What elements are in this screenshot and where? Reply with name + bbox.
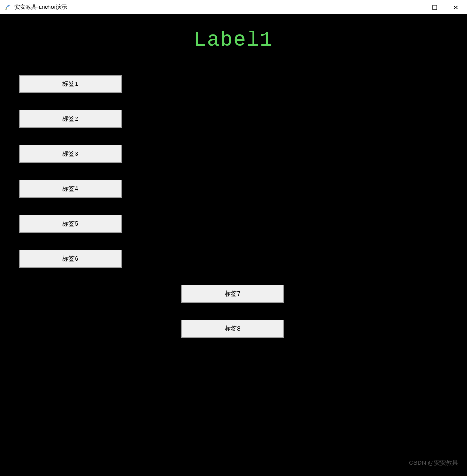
feather-icon (4, 4, 12, 11)
window-title: 安安教具-anchor演示 (14, 3, 402, 11)
label-6: 标签6 (19, 250, 122, 268)
label-7: 标签7 (181, 285, 284, 303)
app-window: 安安教具-anchor演示 — ☐ ✕ Label1 标签1 标签2 标签3 标… (0, 0, 467, 476)
label-3: 标签3 (19, 145, 122, 163)
label-5: 标签5 (19, 215, 122, 233)
watermark: CSDN @安安教具 (409, 459, 458, 467)
label-4: 标签4 (19, 180, 122, 198)
minimize-button[interactable]: — (402, 0, 424, 14)
label-2: 标签2 (19, 110, 122, 128)
main-label: Label1 (194, 28, 273, 52)
label-8: 标签8 (181, 320, 284, 338)
maximize-button[interactable]: ☐ (424, 0, 445, 14)
titlebar: 安安教具-anchor演示 — ☐ ✕ (0, 0, 467, 14)
content-area: Label1 标签1 标签2 标签3 标签4 标签5 标签6 标签7 标签8 C… (0, 14, 467, 476)
window-controls: — ☐ ✕ (402, 0, 467, 14)
label-1: 标签1 (19, 75, 122, 93)
close-button[interactable]: ✕ (445, 0, 467, 14)
